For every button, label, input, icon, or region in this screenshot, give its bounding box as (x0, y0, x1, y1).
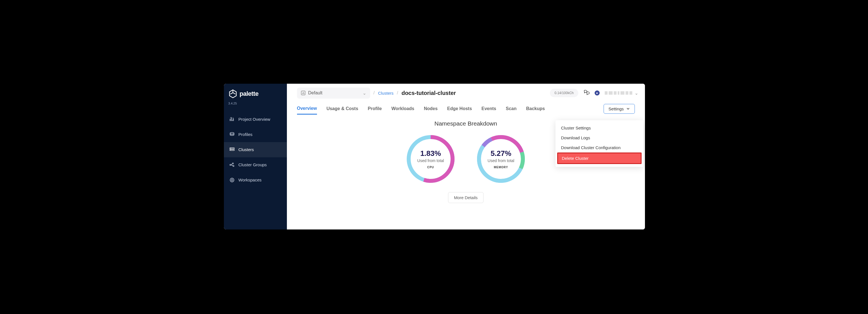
svg-point-4 (230, 150, 231, 150)
user-menu[interactable]: ⌄ (605, 91, 638, 96)
app-window: palette 3.4.25 Project Overview Profiles… (217, 79, 651, 236)
sidebar-item-label: Profiles (239, 132, 253, 137)
clusters-icon (229, 147, 235, 152)
tab-edge-hosts[interactable]: Edge Hosts (447, 103, 472, 114)
chat-icon[interactable] (583, 89, 590, 97)
settings-button[interactable]: Settings (603, 104, 634, 114)
sidebar-item-profiles[interactable]: Profiles (224, 127, 287, 142)
chevron-down-icon (626, 107, 630, 111)
cpu-donut-center: 1.83% Used from total CPU (405, 134, 456, 184)
sidebar-item-label: Cluster Groups (239, 162, 267, 167)
tab-events[interactable]: Events (482, 103, 496, 114)
sidebar: palette 3.4.25 Project Overview Profiles… (224, 84, 287, 230)
tab-profile[interactable]: Profile (368, 103, 382, 114)
cpu-donut: 1.83% Used from total CPU (405, 134, 456, 184)
sidebar-item-label: Clusters (239, 147, 254, 152)
memory-sub: Used from total (488, 159, 515, 163)
svg-point-6 (232, 163, 234, 164)
bars-icon (229, 117, 235, 122)
logo-mark-icon (228, 89, 238, 98)
tab-backups[interactable]: Backups (526, 103, 545, 114)
settings-button-label: Settings (609, 106, 624, 111)
tab-scan[interactable]: Scan (506, 103, 517, 114)
menu-item-delete-cluster[interactable]: Delete Cluster (557, 152, 642, 164)
settings-dropdown: Cluster Settings Download Logs Download … (556, 120, 643, 167)
more-details-button[interactable]: More Details (448, 192, 484, 203)
cpu-pct: 1.83% (420, 149, 441, 158)
chevron-down-icon: ⌄ (634, 91, 638, 96)
usage-pill: 0.14/100kCh (550, 89, 578, 97)
svg-point-0 (230, 132, 234, 134)
svg-point-5 (230, 164, 231, 166)
app-frame: palette 3.4.25 Project Overview Profiles… (224, 84, 645, 230)
breadcrumb-clusters[interactable]: Clusters (378, 91, 394, 96)
sidebar-item-clusters[interactable]: Clusters (224, 142, 287, 157)
sidebar-item-project-overview[interactable]: Project Overview (224, 112, 287, 127)
cpu-sub: Used from total (417, 159, 444, 163)
target-icon (229, 177, 235, 182)
svg-point-10 (232, 180, 232, 180)
topbar-right: 0.14/100kCh ★ ⌄ (550, 89, 638, 97)
memory-pct: 5.27% (491, 149, 512, 158)
star-badge-icon[interactable]: ★ (595, 91, 600, 96)
logo-text: palette (240, 90, 258, 98)
memory-donut: 5.27% Used from total MEMORY (476, 134, 526, 184)
tab-overview[interactable]: Overview (297, 103, 317, 114)
sidebar-item-workspaces[interactable]: Workspaces (224, 172, 287, 187)
tab-nodes[interactable]: Nodes (424, 103, 438, 114)
menu-item-download-logs[interactable]: Download Logs (556, 133, 643, 143)
chevron-down-icon: ⌄ (363, 91, 366, 96)
tab-usage-costs[interactable]: Usage & Costs (327, 103, 358, 114)
tabs-row: Overview Usage & Costs Profile Workloads… (287, 101, 645, 114)
version-label: 3.4.25 (224, 99, 287, 112)
logo: palette (224, 88, 287, 99)
main-panel: Default ⌄ / Clusters / docs-tutorial-clu… (287, 84, 645, 230)
breadcrumb-current: docs-tutorial-cluster (401, 90, 456, 96)
graph-icon (229, 162, 235, 167)
menu-item-download-config[interactable]: Download Cluster Configuration (556, 143, 643, 152)
chart-icon (301, 91, 306, 95)
project-selector[interactable]: Default ⌄ (297, 88, 370, 99)
memory-donut-center: 5.27% Used from total MEMORY (476, 134, 526, 184)
sidebar-item-label: Project Overview (239, 117, 270, 121)
project-name: Default (308, 91, 322, 96)
sidebar-item-label: Workspaces (239, 177, 261, 182)
tab-workloads[interactable]: Workloads (391, 103, 414, 114)
svg-point-3 (230, 148, 231, 148)
topbar: Default ⌄ / Clusters / docs-tutorial-clu… (287, 84, 645, 101)
sidebar-item-cluster-groups[interactable]: Cluster Groups (224, 157, 287, 172)
menu-item-cluster-settings[interactable]: Cluster Settings (556, 123, 643, 133)
stack-icon (229, 132, 235, 137)
crumb-separator: / (397, 91, 398, 96)
cpu-label: CPU (427, 166, 434, 169)
memory-label: MEMORY (494, 166, 508, 169)
svg-point-7 (233, 166, 234, 167)
crumb-separator: / (374, 91, 375, 96)
